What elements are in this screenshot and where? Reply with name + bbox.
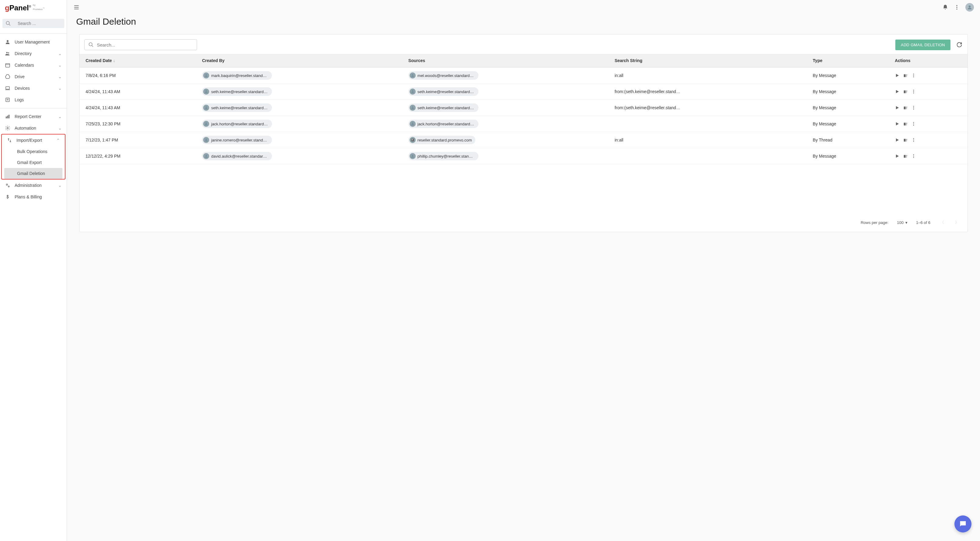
delete-sweep-icon[interactable]	[903, 73, 908, 78]
play-icon[interactable]	[895, 73, 900, 78]
svg-point-53	[412, 123, 413, 124]
svg-rect-63	[412, 139, 413, 140]
source-chip[interactable]: seth.keime@reseller.standard.prom...	[408, 87, 479, 96]
logo-byline-1: by	[33, 4, 35, 6]
prev-page-button[interactable]: 〈	[939, 219, 945, 226]
svg-point-50	[913, 108, 914, 108]
sidebar-item-import-export[interactable]: Import/Export ⌃	[2, 135, 65, 146]
more-vert-icon[interactable]	[954, 4, 960, 10]
sidebar-item-report-center[interactable]: Report Center ⌄	[0, 111, 67, 122]
source-chip[interactable]: jack.horton@reseller.standard.prom...	[408, 120, 479, 128]
delete-sweep-icon[interactable]	[903, 105, 908, 111]
more-vert-icon[interactable]	[911, 105, 916, 110]
user-chip[interactable]: janine.romero@reseller.standard.pro...	[202, 136, 272, 144]
column-search-string[interactable]: Search String	[611, 54, 809, 68]
chevron-down-icon: ⌄	[58, 114, 62, 119]
delete-sweep-icon[interactable]	[903, 89, 908, 94]
svg-point-45	[412, 106, 413, 108]
more-vert-icon[interactable]	[911, 73, 916, 78]
svg-point-41	[913, 90, 914, 91]
column-sources[interactable]: Sources	[405, 54, 611, 68]
sidebar-item-calendars[interactable]: Calendars ⌄	[0, 59, 67, 71]
svg-point-35	[913, 76, 914, 77]
svg-point-51	[913, 109, 914, 109]
svg-point-17	[8, 186, 10, 187]
bell-icon[interactable]	[942, 4, 948, 10]
cell-date: 4/24/24, 11:43 AM	[80, 100, 198, 116]
play-icon[interactable]	[895, 89, 900, 94]
cell-date: 7/25/23, 12:30 PM	[80, 116, 198, 132]
sidebar-search-input[interactable]	[18, 21, 71, 26]
source-chip[interactable]: phillip.chumley@reseller.standard.pr...	[408, 152, 479, 160]
cell-type: By Message	[809, 84, 891, 100]
table-footer: Rows per page: 100 ▾ 1–6 of 6 〈 〉	[80, 213, 967, 232]
delete-sweep-icon[interactable]	[903, 137, 908, 143]
avatar[interactable]	[966, 3, 974, 11]
table-row: 12/12/22, 4:29 PMdavid.aulick@reseller.s…	[80, 148, 967, 164]
sidebar-subitem-gmail-deletion[interactable]: Gmail Deletion	[4, 168, 62, 179]
deletions-table: Created Date ↓ Created By Sources Search…	[80, 54, 967, 164]
play-icon[interactable]	[895, 121, 900, 126]
sidebar-item-drive[interactable]: Drive ⌄	[0, 71, 67, 82]
hamburger-icon[interactable]	[73, 4, 80, 11]
cell-search-string: from:(seth.keime@reseller.standard.pro..…	[611, 100, 809, 116]
table-search[interactable]	[84, 39, 197, 50]
source-chip[interactable]: mel.woods@reseller.standard.prom...	[408, 71, 479, 80]
import-export-icon	[7, 138, 12, 143]
sidebar-item-label: Report Center	[14, 114, 58, 119]
table-row: 7/25/23, 12:30 PMjack.horton@reseller.st…	[80, 116, 967, 132]
rows-per-page-select[interactable]: 100 ▾	[897, 220, 907, 225]
page-title: Gmail Deletion	[67, 14, 980, 34]
add-gmail-deletion-button[interactable]: ADD GMAIL DELETION	[895, 40, 950, 50]
sidebar-item-label: Administration	[14, 183, 58, 188]
topbar	[67, 0, 980, 14]
column-type[interactable]: Type	[809, 54, 891, 68]
sidebar-subitem-bulk-operations[interactable]: Bulk Operations	[2, 146, 65, 157]
next-page-button[interactable]: 〉	[954, 219, 960, 226]
content-card: ADD GMAIL DELETION Created Date ↓ Create…	[79, 34, 968, 232]
source-chip[interactable]: seth.keime@reseller.standard.prom...	[408, 103, 479, 112]
sidebar-item-automation[interactable]: Automation ⌄	[0, 122, 67, 134]
play-icon[interactable]	[895, 105, 900, 110]
sidebar-item-logs[interactable]: Logs	[0, 94, 67, 106]
column-created-by[interactable]: Created By	[198, 54, 404, 68]
cell-created-by: janine.romero@reseller.standard.pro...	[198, 132, 404, 148]
user-chip[interactable]: mark.baquirin@reseller.standard.pro...	[202, 71, 272, 80]
sidebar-item-administration[interactable]: Administration ⌄	[0, 179, 67, 191]
play-icon[interactable]	[895, 154, 900, 159]
sidebar-subitem-gmail-export[interactable]: Gmail Export	[2, 157, 65, 168]
cell-date: 4/24/24, 11:43 AM	[80, 84, 198, 100]
chip-label: reseller.standard.promevo.com	[417, 138, 472, 143]
more-vert-icon[interactable]	[911, 138, 916, 143]
domain-icon	[410, 137, 416, 143]
chip-label: seth.keime@reseller.standard.promev...	[211, 106, 268, 110]
cell-search-string: in:all	[611, 132, 809, 148]
user-chip[interactable]: david.aulick@reseller.standard.prome...	[202, 152, 272, 160]
more-vert-icon[interactable]	[911, 121, 916, 126]
play-icon[interactable]	[895, 138, 900, 143]
svg-point-58	[913, 124, 914, 124]
chip-label: seth.keime@reseller.standard.promev...	[211, 89, 268, 94]
table-search-input[interactable]	[97, 42, 193, 48]
user-chip[interactable]: seth.keime@reseller.standard.promev...	[202, 103, 272, 112]
sidebar-item-user-management[interactable]: User Management	[0, 36, 67, 48]
sidebar-search[interactable]	[2, 19, 64, 28]
chat-fab[interactable]	[955, 516, 972, 533]
sidebar-item-devices[interactable]: Devices ⌄	[0, 82, 67, 94]
column-created-date[interactable]: Created Date ↓	[80, 54, 198, 68]
more-vert-icon[interactable]	[911, 154, 916, 159]
sidebar-item-label: Import/Export	[16, 138, 56, 143]
chevron-down-icon: ⌄	[58, 86, 62, 91]
sidebar-item-directory[interactable]: Directory ⌄	[0, 48, 67, 59]
source-chip[interactable]: reseller.standard.promevo.com	[408, 136, 476, 144]
delete-sweep-icon[interactable]	[903, 121, 908, 127]
delete-sweep-icon[interactable]	[903, 153, 908, 159]
user-chip[interactable]: seth.keime@reseller.standard.promev...	[202, 87, 272, 96]
svg-point-0	[6, 21, 10, 25]
pagination-range: 1–6 of 6	[916, 220, 931, 225]
chevron-down-icon: ⌄	[58, 183, 62, 188]
refresh-icon[interactable]	[956, 41, 963, 48]
user-chip[interactable]: jack.horton@reseller.standard.promev...	[202, 120, 272, 128]
sidebar-item-plans-billing[interactable]: Plans & Billing	[0, 191, 67, 203]
more-vert-icon[interactable]	[911, 89, 916, 94]
